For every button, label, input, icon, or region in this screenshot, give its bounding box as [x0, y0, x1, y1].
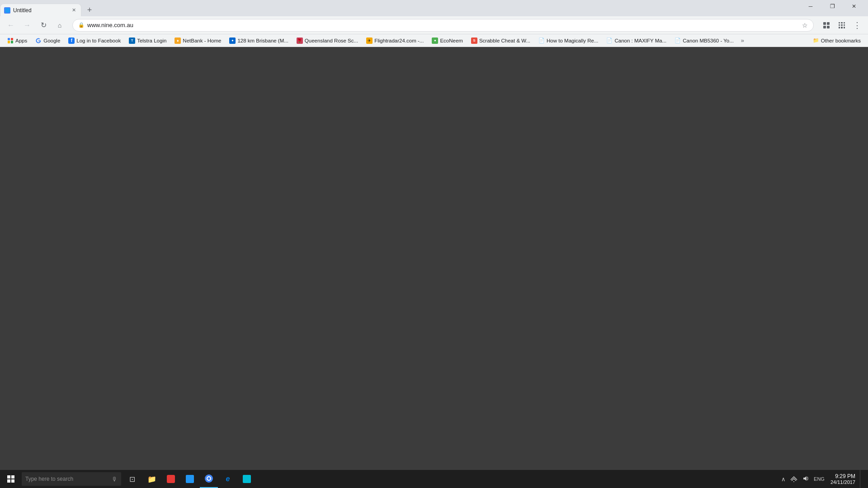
forward-button[interactable]: →: [20, 18, 34, 33]
flightradar-label: Flightradar24.com -...: [374, 38, 424, 43]
show-desktop-button[interactable]: [860, 470, 863, 488]
bom-label: 128 km Brisbane (M...: [237, 38, 288, 43]
scrabble-label: Scrabble Cheat & W...: [479, 38, 530, 43]
google-favicon-icon: [35, 38, 42, 44]
task4-icon: [185, 474, 195, 484]
more-label: »: [741, 37, 744, 44]
other-bookmarks-button[interactable]: 📁 Other bookmarks: [809, 37, 864, 44]
bookmark-telstra[interactable]: T Telstra Login: [125, 36, 170, 46]
bookmark-scrabble[interactable]: S Scrabble Cheat & W...: [467, 36, 534, 46]
bookmark-apps[interactable]: Apps: [4, 36, 31, 46]
task3-icon: [166, 474, 176, 484]
start-button[interactable]: [2, 470, 20, 488]
howto-label: How to Magically Re...: [547, 38, 598, 43]
network-icon[interactable]: [789, 475, 799, 483]
bookmarks-more-button[interactable]: »: [738, 36, 747, 46]
bookmark-bom[interactable]: ● 128 km Brisbane (M...: [226, 36, 292, 46]
bookmark-facebook[interactable]: f Log in to Facebook: [65, 36, 124, 46]
volume-icon[interactable]: [801, 475, 811, 483]
bookmark-econeem[interactable]: ● EcoNeem: [428, 36, 467, 46]
task3-button[interactable]: [162, 470, 180, 488]
bookmark-flightradar[interactable]: ✈ Flightradar24.com -...: [363, 36, 427, 46]
reload-button[interactable]: ↻: [36, 18, 51, 33]
google-label: Google: [43, 38, 60, 43]
task4-button[interactable]: [181, 470, 199, 488]
language-label[interactable]: ENG: [812, 476, 826, 482]
ie-taskbar-icon: e: [223, 474, 233, 484]
netbank-label: NetBank - Home: [183, 38, 221, 43]
ie-taskbar-button[interactable]: e: [219, 470, 237, 488]
system-clock[interactable]: 9:29 PM 24/11/2017: [828, 473, 858, 485]
telstra-favicon-icon: T: [129, 38, 135, 44]
canon2-favicon-icon: 📄: [675, 38, 681, 44]
apps-grid-button[interactable]: [835, 18, 849, 33]
clock-time: 9:29 PM: [830, 473, 855, 479]
title-bar: 🌐 Untitled ✕ + ─ ❐ ✕: [0, 0, 868, 16]
canon2-label: Canon MB5360 - Yo...: [683, 38, 734, 43]
extensions-button[interactable]: [819, 18, 834, 33]
new-tab-button[interactable]: +: [83, 4, 96, 16]
econeem-favicon-icon: ●: [432, 38, 438, 44]
rose-label: Queensland Rose Sc...: [305, 38, 358, 43]
active-tab[interactable]: 🌐 Untitled ✕: [0, 4, 81, 16]
windows-logo-icon: [7, 475, 14, 483]
chrome-taskbar-button[interactable]: [200, 470, 218, 488]
address-text: www.nine.com.au: [87, 22, 800, 28]
telstra-label: Telstra Login: [137, 38, 166, 43]
taskbar: Type here to search 🎙 ⊡ 📁: [0, 470, 868, 488]
chrome-menu-button[interactable]: ⋮: [850, 18, 864, 33]
task7-button[interactable]: [238, 470, 256, 488]
restore-button[interactable]: ❐: [822, 0, 843, 14]
file-explorer-icon: 📁: [147, 474, 157, 484]
facebook-label: Log in to Facebook: [76, 38, 121, 43]
taskbar-search-placeholder: Type here to search: [25, 476, 112, 482]
tab-favicon: 🌐: [4, 7, 10, 14]
tab-title: Untitled: [13, 7, 68, 14]
bookmark-netbank[interactable]: ♦ NetBank - Home: [171, 36, 225, 46]
bookmark-canon2[interactable]: 📄 Canon MB5360 - Yo...: [671, 36, 737, 46]
task7-icon: [242, 474, 252, 484]
back-button[interactable]: ←: [4, 18, 18, 33]
bom-favicon-icon: ●: [229, 38, 236, 44]
lock-icon: 🔒: [78, 22, 85, 28]
apps-grid-icon: [7, 38, 14, 44]
task-view-icon: ⊡: [127, 474, 137, 484]
microphone-icon: 🎙: [112, 476, 118, 483]
howto-favicon-icon: 📄: [538, 38, 545, 44]
netbank-favicon-icon: ♦: [175, 38, 181, 44]
file-explorer-button[interactable]: 📁: [143, 470, 161, 488]
scrabble-favicon-icon: S: [471, 38, 477, 44]
canon1-favicon-icon: 📄: [606, 38, 613, 44]
flightradar-favicon-icon: ✈: [366, 38, 373, 44]
toolbar-right: ⋮: [819, 18, 864, 33]
bookmark-rose[interactable]: 🌹 Queensland Rose Sc...: [293, 36, 362, 46]
content-area: [0, 47, 868, 488]
chrome-taskbar-icon: [204, 474, 214, 483]
minimize-button[interactable]: ─: [800, 0, 821, 14]
svg-point-3: [793, 481, 794, 482]
apps-label: Apps: [15, 38, 27, 43]
bookmark-star-icon[interactable]: ☆: [802, 22, 808, 29]
home-button[interactable]: ⌂: [52, 18, 67, 33]
tab-close-button[interactable]: ✕: [70, 7, 77, 14]
bookmarks-bar: Apps Google f Log in to Facebook T Telst…: [0, 34, 868, 47]
taskbar-search-box[interactable]: Type here to search 🎙: [22, 472, 121, 486]
address-bar[interactable]: 🔒 www.nine.com.au ☆: [72, 19, 814, 32]
tray-chevron-icon[interactable]: ∧: [780, 476, 787, 483]
rose-favicon-icon: 🌹: [297, 38, 303, 44]
svg-point-2: [208, 477, 210, 480]
pinned-tasks: 📁: [143, 470, 256, 488]
bookmark-howto[interactable]: 📄 How to Magically Re...: [535, 36, 602, 46]
tab-strip: 🌐 Untitled ✕ +: [0, 0, 797, 16]
task-view-button[interactable]: ⊡: [123, 470, 141, 488]
facebook-favicon-icon: f: [68, 38, 75, 44]
canon1-label: Canon : MAXIFY Ma...: [614, 38, 666, 43]
browser-window: 🌐 Untitled ✕ + ─ ❐ ✕ ← → ↻ ⌂ 🔒 www.nine.…: [0, 0, 868, 488]
system-tray: ∧ ENG 9:29 PM 24/11/2017: [780, 470, 866, 488]
close-button[interactable]: ✕: [844, 0, 864, 14]
econeem-label: EcoNeem: [440, 38, 463, 43]
bookmark-google[interactable]: Google: [32, 36, 64, 46]
bookmark-canon1[interactable]: 📄 Canon : MAXIFY Ma...: [603, 36, 670, 46]
nav-bar: ← → ↻ ⌂ 🔒 www.nine.com.au ☆: [0, 16, 868, 34]
other-bookmarks-label: Other bookmarks: [821, 38, 861, 43]
